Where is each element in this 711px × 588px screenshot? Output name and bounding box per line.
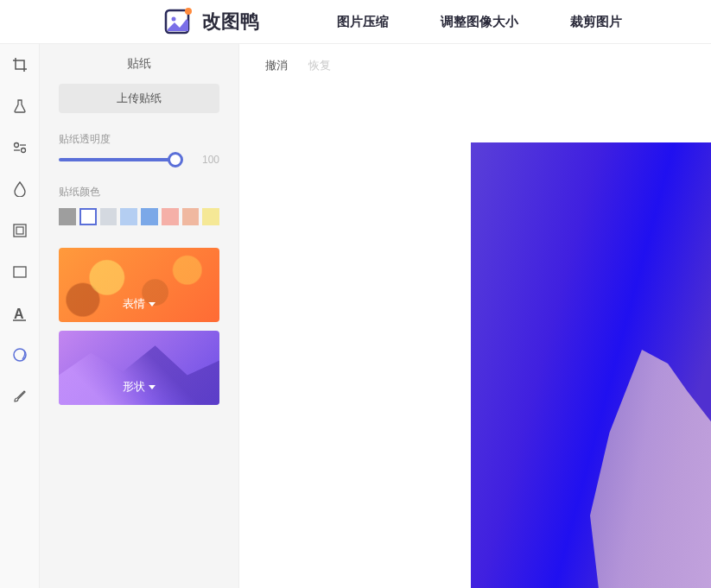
category-shape[interactable]: 形状: [59, 331, 219, 405]
logo-icon: [164, 7, 194, 36]
svg-rect-8: [16, 227, 23, 234]
main: A 贴纸 上传贴纸 贴纸透明度 100 贴纸颜色: [0, 44, 711, 588]
swatch-peach[interactable]: [182, 208, 200, 225]
adjust-icon[interactable]: [11, 139, 29, 156]
logo-text: 改图鸭: [202, 9, 259, 35]
opacity-label: 贴纸透明度: [59, 132, 219, 147]
swatch-blue[interactable]: [141, 208, 158, 225]
image-subject: [590, 350, 711, 588]
color-swatches: [59, 208, 219, 225]
sticker-icon[interactable]: [11, 346, 29, 364]
crop-icon[interactable]: [11, 56, 29, 73]
nav-crop[interactable]: 裁剪图片: [570, 14, 622, 30]
toolbar: A: [0, 44, 40, 588]
flask-icon[interactable]: [11, 98, 29, 115]
swatch-gray[interactable]: [59, 208, 76, 225]
chevron-down-icon: [149, 385, 156, 389]
swatch-yellow[interactable]: [202, 208, 219, 225]
color-label: 贴纸颜色: [59, 185, 219, 199]
canvas-toolbar: 撤消 恢复: [239, 44, 711, 87]
canvas-area: 撤消 恢复: [239, 44, 711, 588]
drop-icon[interactable]: [11, 180, 29, 198]
opacity-slider-thumb[interactable]: [168, 152, 183, 168]
opacity-value: 100: [188, 154, 219, 166]
chevron-down-icon: [149, 302, 156, 307]
nav-items: 图片压缩 调整图像大小 裁剪图片: [337, 14, 622, 30]
redo-button[interactable]: 恢复: [308, 58, 331, 73]
frame-icon[interactable]: [11, 222, 29, 239]
upload-sticker-button[interactable]: 上传贴纸: [59, 84, 219, 113]
nav-compress[interactable]: 图片压缩: [337, 14, 389, 30]
canvas-image[interactable]: [471, 142, 711, 588]
text-icon[interactable]: A: [11, 305, 29, 322]
opacity-control: 100: [59, 154, 219, 166]
category-emoji-label: 表情: [123, 296, 156, 312]
svg-point-2: [185, 8, 192, 15]
nav-resize[interactable]: 调整图像大小: [441, 14, 518, 30]
category-emoji[interactable]: 表情: [59, 248, 219, 322]
svg-rect-9: [14, 267, 26, 277]
logo[interactable]: 改图鸭: [164, 7, 259, 36]
svg-point-3: [14, 143, 18, 148]
header: 改图鸭 图片压缩 调整图像大小 裁剪图片: [0, 0, 711, 44]
svg-text:A: A: [14, 307, 24, 321]
brush-icon[interactable]: [11, 388, 29, 405]
svg-point-5: [21, 149, 25, 153]
opacity-slider[interactable]: [59, 158, 178, 161]
sticker-panel: 贴纸 上传贴纸 贴纸透明度 100 贴纸颜色: [40, 44, 239, 588]
rect-icon[interactable]: [11, 263, 29, 281]
swatch-white[interactable]: [79, 208, 97, 225]
swatch-pink[interactable]: [162, 208, 179, 225]
svg-point-1: [172, 17, 176, 22]
panel-title: 贴纸: [40, 44, 238, 84]
category-emoji-text: 表情: [123, 296, 145, 312]
undo-button[interactable]: 撤消: [265, 58, 288, 73]
swatch-lightblue[interactable]: [120, 208, 137, 225]
category-shape-text: 形状: [123, 379, 145, 395]
svg-rect-7: [14, 224, 26, 237]
swatch-lightgray[interactable]: [100, 208, 117, 225]
category-shape-label: 形状: [123, 379, 156, 395]
